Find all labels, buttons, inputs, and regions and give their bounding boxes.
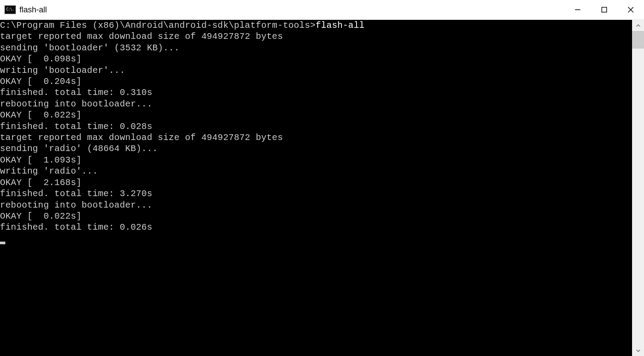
terminal-line: target reported max download size of 494… — [0, 132, 632, 143]
scroll-track[interactable] — [632, 31, 644, 345]
terminal-cursor — [0, 242, 5, 244]
terminal-line: rebooting into bootloader... — [0, 98, 632, 110]
close-icon — [628, 7, 634, 13]
terminal-line: OKAY [ 0.098s] — [0, 53, 632, 64]
terminal-line: OKAY [ 0.022s] — [0, 110, 632, 121]
window-title: flash-all — [19, 5, 564, 15]
scroll-up-button[interactable] — [632, 20, 644, 31]
minimize-icon — [575, 7, 581, 13]
content-wrapper: C:\Program Files (x86)\Android\android-s… — [0, 20, 644, 356]
svg-rect-1 — [602, 8, 607, 12]
scroll-down-button[interactable] — [632, 345, 644, 356]
terminal-line: sending 'bootloader' (3532 KB)... — [0, 42, 632, 53]
titlebar: C:\. flash-all — [0, 0, 644, 20]
terminal-line: OKAY [ 0.204s] — [0, 76, 632, 87]
cmd-icon: C:\. — [4, 5, 16, 14]
terminal-line: OKAY [ 2.168s] — [0, 177, 632, 188]
scroll-thumb[interactable] — [632, 31, 644, 49]
vertical-scrollbar[interactable] — [632, 20, 644, 356]
terminal-line: finished. total time: 0.026s — [0, 222, 632, 233]
close-button[interactable] — [617, 0, 644, 19]
prompt-line: C:\Program Files (x86)\Android\android-s… — [0, 20, 632, 31]
terminal-line: finished. total time: 3.270s — [0, 188, 632, 199]
terminal-output[interactable]: C:\Program Files (x86)\Android\android-s… — [0, 20, 632, 356]
terminal-line: OKAY [ 0.022s] — [0, 211, 632, 222]
chevron-down-icon — [636, 348, 640, 353]
terminal-line: target reported max download size of 494… — [0, 31, 632, 42]
terminal-line: writing 'radio'... — [0, 166, 632, 177]
chevron-up-icon — [636, 23, 640, 28]
terminal-line: OKAY [ 1.093s] — [0, 155, 632, 166]
maximize-button[interactable] — [591, 0, 617, 19]
terminal-line: writing 'bootloader'... — [0, 65, 632, 76]
terminal-line: sending 'radio' (48664 KB)... — [0, 143, 632, 154]
prompt-command: flash-all — [316, 20, 365, 30]
minimize-button[interactable] — [564, 0, 591, 19]
terminal-line: rebooting into bootloader... — [0, 200, 632, 211]
window-controls — [564, 0, 644, 19]
maximize-icon — [601, 7, 607, 13]
prompt-path: C:\Program Files (x86)\Android\android-s… — [0, 20, 316, 30]
terminal-line: finished. total time: 0.310s — [0, 87, 632, 98]
terminal-line: finished. total time: 0.028s — [0, 121, 632, 132]
cmd-icon-glyph: C:\. — [6, 8, 14, 11]
